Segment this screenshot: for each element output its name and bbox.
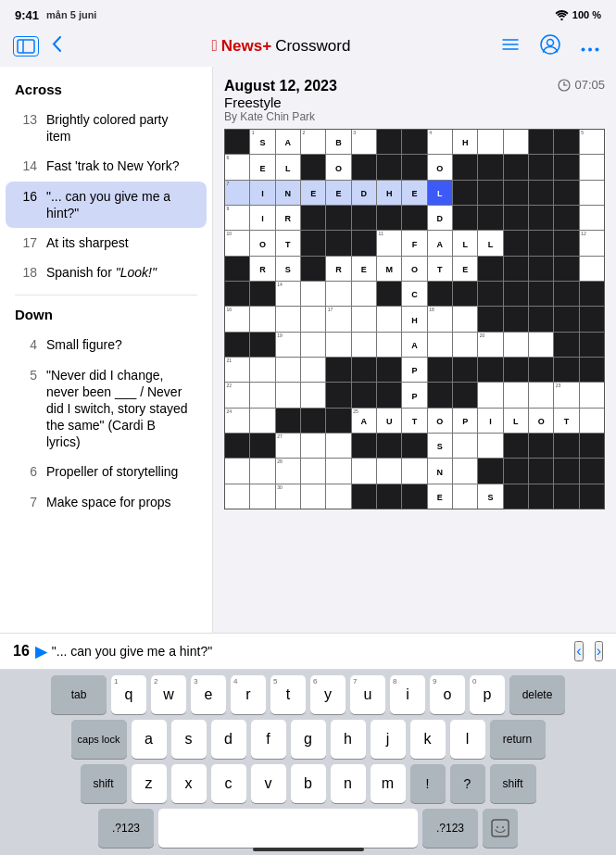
grid-cell[interactable]: 11 [377, 231, 401, 255]
grid-cell[interactable]: 12 [580, 231, 604, 255]
clue-across-14[interactable]: 14 Fast 'trak to New York? [6, 151, 207, 181]
g-key[interactable]: g [291, 720, 326, 759]
grid-cell[interactable]: L [504, 409, 528, 433]
grid-cell[interactable]: D [352, 181, 376, 205]
grid-cell[interactable]: L [478, 231, 502, 255]
grid-cell[interactable] [250, 409, 274, 433]
grid-cell[interactable] [529, 333, 553, 357]
grid-cell[interactable]: T [428, 257, 452, 281]
grid-cell[interactable]: O [428, 409, 452, 433]
grid-cell[interactable]: U [377, 409, 401, 433]
right-shift-key[interactable]: shift [490, 764, 536, 803]
e-key[interactable]: 3e [191, 675, 226, 714]
grid-cell[interactable]: 24 [225, 409, 249, 433]
avatar-button[interactable] [536, 31, 564, 63]
list-button[interactable] [497, 33, 523, 60]
grid-cell[interactable]: 30 [276, 484, 300, 509]
u-key[interactable]: 7u [350, 675, 385, 714]
grid-cell[interactable]: 7 [225, 181, 249, 205]
grid-cell[interactable] [580, 155, 604, 179]
clue-across-16[interactable]: 16 "... can you give me a hint?" [6, 182, 207, 228]
return-key[interactable]: return [490, 720, 546, 759]
grid-cell[interactable]: S [276, 257, 300, 281]
q-key[interactable]: 1q [111, 675, 146, 714]
grid-cell[interactable]: E [352, 257, 376, 281]
grid-cell[interactable]: L [428, 181, 452, 205]
grid-cell[interactable]: L [453, 231, 477, 255]
grid-cell[interactable]: 4 [428, 130, 452, 154]
grid-cell[interactable] [326, 333, 350, 357]
grid-cell[interactable] [301, 282, 325, 306]
grid-cell[interactable] [453, 307, 477, 331]
grid-cell[interactable]: O [529, 409, 553, 433]
grid-cell[interactable] [377, 333, 401, 357]
grid-cell[interactable] [301, 333, 325, 357]
p-key[interactable]: 0p [470, 675, 505, 714]
grid-cell[interactable]: 6 [225, 155, 249, 179]
grid-cell[interactable] [377, 459, 401, 483]
grid-cell[interactable] [225, 484, 249, 509]
grid-cell[interactable]: 14 [276, 282, 300, 306]
y-key[interactable]: 6y [310, 675, 346, 714]
a-key[interactable]: a [132, 720, 167, 759]
grid-cell[interactable] [504, 130, 528, 154]
o-key[interactable]: 9o [430, 675, 465, 714]
grid-cell[interactable] [428, 333, 452, 357]
grid-cell[interactable]: 28 [276, 459, 300, 483]
grid-cell[interactable] [352, 459, 376, 483]
grid-cell[interactable]: A [402, 333, 426, 357]
grid-cell[interactable] [250, 358, 274, 382]
r-key[interactable]: 4r [231, 675, 266, 714]
grid-cell[interactable]: E [453, 257, 477, 281]
emoji-key[interactable] [483, 809, 518, 848]
v-key[interactable]: v [251, 764, 286, 803]
grid-cell[interactable]: 17 [326, 307, 350, 331]
prev-clue-button[interactable]: ‹ [574, 641, 583, 661]
grid-cell[interactable] [478, 434, 502, 458]
grid-cell[interactable] [276, 307, 300, 331]
grid-cell[interactable]: H [402, 307, 426, 331]
x-key[interactable]: x [171, 764, 207, 803]
grid-cell[interactable]: O [326, 155, 350, 179]
z-key[interactable]: z [132, 764, 167, 803]
clue-down-6[interactable]: 6 Propeller of storytelling [6, 457, 207, 486]
question-key[interactable]: ? [450, 764, 485, 803]
grid-cell[interactable]: 23 [554, 383, 578, 407]
grid-cell[interactable]: 10 [225, 231, 249, 255]
grid-cell[interactable]: I [250, 181, 274, 205]
grid-cell[interactable]: T [554, 409, 578, 433]
h-key[interactable]: h [331, 720, 366, 759]
grid-cell[interactable]: I [478, 409, 502, 433]
grid-cell[interactable]: L [276, 155, 300, 179]
t-key[interactable]: 5t [270, 675, 306, 714]
delete-key[interactable]: delete [509, 675, 565, 714]
grid-cell[interactable] [453, 333, 477, 357]
grid-cell[interactable]: 27 [276, 434, 300, 458]
grid-cell[interactable]: R [276, 206, 300, 230]
grid-cell[interactable] [326, 459, 350, 483]
grid-cell[interactable] [453, 484, 477, 509]
grid-cell[interactable]: F [402, 231, 426, 255]
n-key[interactable]: n [331, 764, 366, 803]
grid-cell[interactable]: A [428, 231, 452, 255]
grid-cell[interactable]: P [453, 409, 477, 433]
clue-down-4[interactable]: 4 Small figure? [6, 330, 207, 359]
grid-cell[interactable]: 16 [225, 307, 249, 331]
grid-cell[interactable]: E [402, 181, 426, 205]
grid-cell[interactable] [250, 307, 274, 331]
f-key[interactable]: f [251, 720, 286, 759]
grid-cell[interactable]: 3 [352, 130, 376, 154]
grid-cell[interactable] [352, 307, 376, 331]
grid-cell[interactable]: T [402, 409, 426, 433]
grid-cell[interactable] [580, 383, 604, 407]
grid-cell[interactable]: S [478, 484, 502, 509]
grid-cell[interactable]: T [276, 231, 300, 255]
symbol-left-key[interactable]: .?123 [98, 809, 154, 848]
grid-cell[interactable]: S [428, 434, 452, 458]
grid-cell[interactable]: E [428, 484, 452, 509]
c-key[interactable]: c [211, 764, 246, 803]
grid-cell[interactable]: 22 [225, 383, 249, 407]
grid-cell[interactable] [326, 434, 350, 458]
grid-cell[interactable] [504, 383, 528, 407]
grid-cell[interactable]: M [377, 257, 401, 281]
